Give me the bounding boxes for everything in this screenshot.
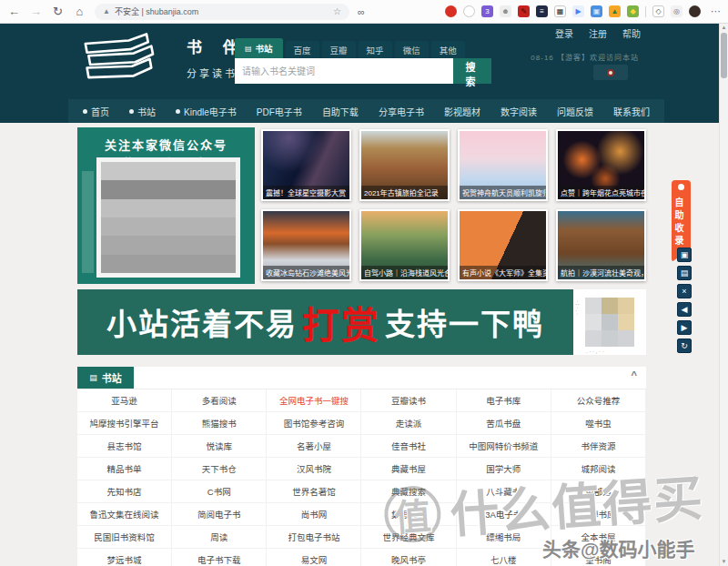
nav-item-0[interactable]: 首页 — [83, 105, 109, 118]
site-link[interactable]: C书网 — [172, 480, 267, 503]
person-ext-icon[interactable]: ☻ — [500, 5, 511, 17]
top-link-0[interactable]: 登录 — [555, 26, 573, 40]
nav-item-5[interactable]: 分享电子书 — [379, 105, 424, 118]
back-icon[interactable]: ← — [7, 5, 21, 17]
site-link[interactable]: 鲁迅文集在线阅读 — [77, 503, 172, 526]
site-link[interactable]: 尚书网 — [267, 503, 361, 526]
site-link[interactable]: 晚风书亭 — [361, 549, 456, 566]
nav-item-1[interactable]: 书站 — [129, 105, 156, 118]
site-link[interactable]: 中图网特价书频道 — [457, 435, 551, 458]
links-section-tab[interactable]: ▤ 书站 — [77, 367, 134, 389]
scrollbar-thumb[interactable] — [721, 33, 727, 78]
wallet-widget-icon[interactable]: ▤ — [677, 266, 692, 280]
site-link[interactable]: 苦瓜书盘 — [457, 412, 551, 435]
shuffle-widget-icon[interactable]: × — [677, 284, 692, 298]
collapse-caret-icon[interactable]: ^ — [632, 369, 637, 380]
bookmark-star-icon[interactable]: ☆ — [333, 6, 341, 16]
search-tab-0[interactable]: ▤书站 — [235, 38, 283, 58]
site-link[interactable]: 噬书虫 — [551, 412, 646, 435]
site-link[interactable]: 名著小屋 — [267, 435, 361, 458]
refresh-widget-icon[interactable]: ↻ — [677, 339, 692, 353]
article-card[interactable]: 自驾小路｜沿海栈道风光合集 — [359, 209, 450, 281]
site-link[interactable]: 全网电子书一键搜 — [267, 389, 361, 412]
site-link[interactable]: 简阅电子书 — [172, 503, 267, 526]
red-badge-ext-icon[interactable] — [445, 5, 457, 17]
home-icon[interactable]: ⌂ — [73, 5, 86, 17]
qr-ext-icon[interactable]: ▦ — [554, 5, 566, 17]
site-link[interactable]: 典藏搜索 — [361, 480, 456, 503]
search-tab-1[interactable]: 百度 — [286, 41, 319, 58]
site-link[interactable]: 世界经典文库 — [361, 526, 456, 549]
site-link[interactable]: 周读 — [172, 526, 267, 549]
site-link[interactable]: 电子书下载 — [172, 549, 267, 566]
site-link[interactable]: 天下书仓 — [172, 458, 267, 480]
nav-item-3[interactable]: PDF电子书 — [257, 105, 302, 118]
site-link[interactable]: 集思书阁 — [361, 503, 456, 526]
site-link[interactable]: 熊猫搜书 — [172, 412, 267, 435]
nav-item-7[interactable]: 数字阅读 — [500, 105, 537, 118]
reload-icon[interactable]: ↻ — [51, 5, 65, 17]
scroll-down-icon[interactable]: ▼ — [720, 558, 728, 566]
site-link[interactable]: 佳音书社 — [361, 435, 456, 458]
extension-infinity-icon[interactable]: ∞ — [358, 6, 365, 17]
blue-square-ext-icon[interactable]: ▣ — [591, 5, 602, 17]
avatar-ext-icon[interactable] — [689, 5, 701, 17]
article-card[interactable]: 祝贺神舟航天员顺利凯旋归来 — [458, 129, 548, 201]
site-link[interactable]: 民国旧书资料馆 — [77, 526, 172, 549]
article-card[interactable]: 收藏冰岛钻石沙滩绝美风光图集 — [261, 209, 351, 281]
article-card[interactable]: 震撼！全球星空摄影大赏 — [261, 129, 351, 201]
site-link[interactable]: 3A电子书 — [457, 503, 551, 526]
site-link[interactable]: 七八楼 — [457, 549, 551, 566]
site-link[interactable]: 县志书馆 — [77, 435, 172, 458]
site-link[interactable]: 多看阅读 — [172, 389, 267, 412]
search-tab-4[interactable]: 微信 — [395, 41, 429, 58]
nav-item-9[interactable]: 联系我们 — [613, 105, 650, 118]
orange-tree-ext-icon[interactable]: ▲ — [609, 5, 621, 17]
search-tab-3[interactable]: 知乎 — [359, 41, 392, 58]
article-card[interactable]: 航拍｜沙漠河流壮美奇观，震撼 — [556, 209, 646, 281]
shield-ext-icon[interactable]: ◆ — [627, 5, 639, 17]
address-bar[interactable]: ▲ 不安全 | shubanjia.com ☆ — [95, 4, 349, 20]
site-link[interactable]: 打包电子书站 — [267, 526, 361, 549]
back-widget-icon[interactable]: ◀ — [677, 302, 692, 317]
plane-ext-icon[interactable]: ▶ — [572, 5, 584, 17]
gray-circle-ext-icon[interactable] — [463, 5, 475, 17]
site-link[interactable]: 虫部落 — [551, 480, 646, 503]
top-link-1[interactable]: 注册 — [589, 26, 607, 40]
site-link[interactable]: 易文网 — [267, 549, 361, 566]
nav-item-4[interactable]: 自助下载 — [322, 105, 359, 118]
drop-ext-icon[interactable]: ◇ — [652, 5, 664, 17]
site-link[interactable]: 精品书单 — [77, 458, 172, 480]
article-card[interactable]: 点赞｜跨年烟花点亮城市夜空 — [556, 129, 646, 201]
scroll-up-icon[interactable]: ▲ — [720, 24, 728, 32]
top-link-2[interactable]: 帮助 — [622, 26, 641, 40]
browser-menu-icon[interactable]: ⋯ — [711, 5, 721, 17]
site-link[interactable]: 电子书库 — [457, 389, 551, 412]
globe-ext-icon[interactable]: ◎ — [671, 5, 682, 17]
site-link[interactable]: 梦远书城 — [77, 549, 172, 566]
nav-item-2[interactable]: Kindle电子书 — [176, 105, 237, 118]
site-link[interactable]: 先知书店 — [77, 480, 172, 503]
site-link[interactable]: 望书阁 — [551, 549, 646, 566]
site-link[interactable]: 一博书库 — [551, 503, 646, 526]
site-link[interactable]: 走读派 — [361, 412, 456, 435]
site-link[interactable]: 世界名著馆 — [267, 480, 361, 503]
qr-widget-icon[interactable]: ▣ — [677, 248, 692, 262]
forward-icon[interactable]: → — [29, 5, 43, 17]
nav-item-6[interactable]: 影视题材 — [444, 105, 480, 118]
site-link[interactable]: 图书馆参考咨询 — [267, 412, 361, 435]
site-link[interactable]: 汉风书院 — [267, 458, 361, 480]
site-link[interactable]: 公众号推荐 — [551, 389, 646, 412]
site-link[interactable]: 缥缃书局 — [457, 526, 551, 549]
purple-ext-icon[interactable]: 3 — [481, 5, 493, 17]
scrollbar[interactable]: ▲ ▼ — [719, 24, 728, 566]
article-card[interactable]: 有声小说《大军师》全集资源 — [458, 209, 548, 281]
site-link[interactable]: 亚马逊 — [77, 389, 172, 412]
site-link[interactable]: 典藏书屋 — [361, 458, 456, 480]
site-link[interactable]: 豆瓣读书 — [361, 389, 456, 412]
search-tab-5[interactable]: 其他 — [431, 41, 465, 58]
search-tab-2[interactable]: 豆瓣 — [322, 41, 356, 58]
navy-card-ext-icon[interactable]: ≡ — [536, 5, 548, 17]
site-link[interactable]: 全本书屋 — [551, 526, 646, 549]
site-link[interactable]: 书伴资源 — [551, 435, 646, 458]
